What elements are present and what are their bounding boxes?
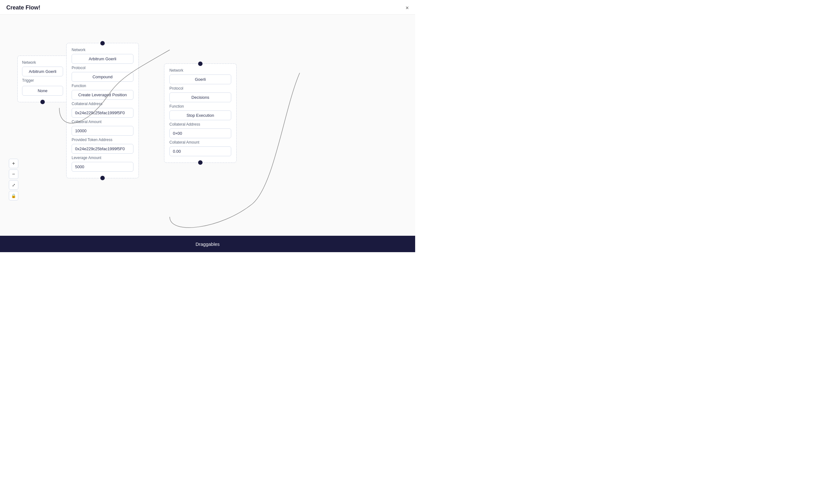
- fit-button[interactable]: ⤢: [9, 180, 18, 190]
- compound-bottom-dot: [100, 176, 105, 180]
- trigger-network-label: Network: [22, 60, 63, 65]
- decisions-collateral-amount-input[interactable]: [169, 147, 231, 156]
- zoom-out-button[interactable]: −: [9, 169, 18, 179]
- flow-canvas: Network Arbitrum Goerli Trigger None Net…: [0, 14, 415, 238]
- decisions-network-label: Network: [169, 68, 231, 72]
- zoom-in-button[interactable]: +: [9, 159, 18, 168]
- decisions-bottom-dot: [198, 160, 202, 165]
- compound-leverage-amount-input[interactable]: [72, 162, 133, 172]
- compound-function-value[interactable]: Create Leveraged Position: [72, 90, 133, 100]
- page-title: Create Flow!: [6, 4, 40, 11]
- compound-protocol-label: Protocol: [72, 66, 133, 70]
- compound-provided-token-input[interactable]: [72, 144, 133, 154]
- decisions-protocol-value[interactable]: Decisions: [169, 92, 231, 102]
- decisions-collateral-address-input[interactable]: [169, 128, 231, 138]
- compound-network-label: Network: [72, 48, 133, 52]
- decisions-collateral-address-label: Collateral Address: [169, 122, 231, 127]
- compound-provided-token-label: Provided Token Address: [72, 137, 133, 142]
- lock-button[interactable]: 🔒: [9, 191, 18, 200]
- compound-collateral-amount-label: Collateral Amount: [72, 120, 133, 124]
- trigger-value[interactable]: None: [22, 86, 63, 96]
- trigger-node: Network Arbitrum Goerli Trigger None: [18, 56, 68, 102]
- decisions-node: Network Goerli Protocol Decisions Functi…: [164, 63, 236, 163]
- zoom-controls: + − ⤢ 🔒: [9, 159, 18, 200]
- compound-collateral-address-label: Collateral Address: [72, 102, 133, 106]
- trigger-label: Trigger: [22, 78, 63, 83]
- compound-collateral-amount-input[interactable]: [72, 126, 133, 136]
- compound-node: Network Arbitrum Goerli Protocol Compoun…: [66, 43, 139, 178]
- decisions-function-value[interactable]: Stop Execution: [169, 111, 231, 120]
- decisions-collateral-amount-label: Collateral Amount: [169, 140, 231, 145]
- compound-protocol-value[interactable]: Compound: [72, 72, 133, 82]
- decisions-protocol-label: Protocol: [169, 86, 231, 91]
- close-button[interactable]: ×: [405, 5, 409, 11]
- trigger-bottom-dot: [40, 100, 45, 104]
- compound-top-dot: [100, 41, 105, 45]
- decisions-function-label: Function: [169, 104, 231, 108]
- draggables-label: Draggables: [196, 242, 220, 247]
- decisions-network-value[interactable]: Goerli: [169, 74, 231, 84]
- trigger-network-value[interactable]: Arbitrum Goerli: [22, 67, 63, 76]
- draggables-bar[interactable]: Draggables: [0, 236, 415, 252]
- decisions-top-dot: [198, 62, 202, 66]
- compound-collateral-address-input[interactable]: [72, 108, 133, 118]
- header: Create Flow! ×: [0, 0, 415, 14]
- compound-leverage-amount-label: Leverage Amount: [72, 156, 133, 160]
- compound-network-value[interactable]: Arbitrum Goerli: [72, 54, 133, 64]
- compound-function-label: Function: [72, 84, 133, 88]
